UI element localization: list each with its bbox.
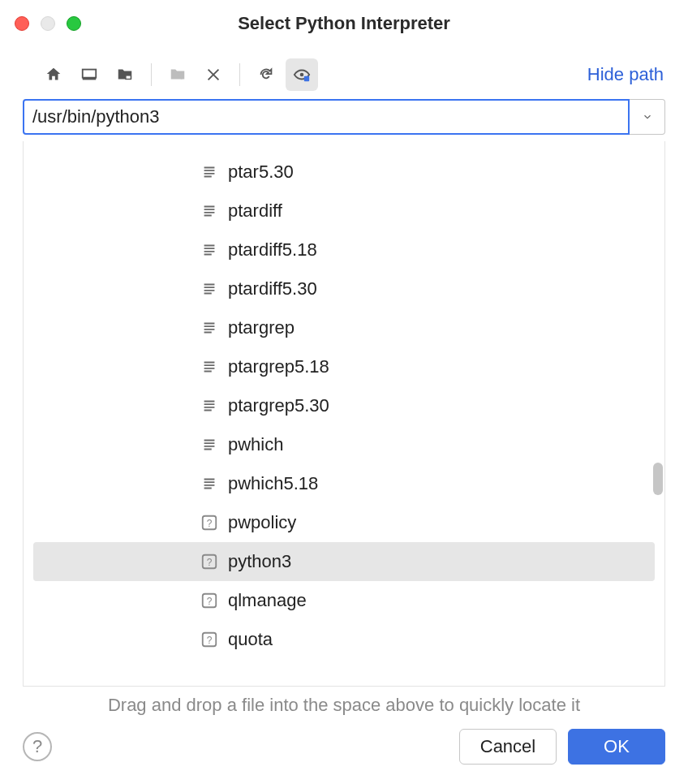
footer: ? Cancel OK [0, 721, 688, 784]
titlebar: Select Python Interpreter [0, 0, 688, 47]
unknown-file-icon: ? [200, 592, 218, 610]
list-item[interactable]: ptargrep5.30 [33, 386, 655, 425]
file-name: qlmanage [228, 590, 307, 611]
minimize-window-button[interactable] [41, 16, 55, 31]
home-icon [45, 66, 62, 84]
refresh-button[interactable] [250, 58, 282, 91]
text-file-icon [200, 475, 218, 493]
file-name: ptargrep5.30 [228, 395, 329, 416]
svg-text:?: ? [207, 596, 213, 607]
project-icon [116, 66, 134, 84]
list-item[interactable]: pwhich5.18 [33, 464, 655, 503]
svg-rect-2 [126, 75, 131, 80]
list-item[interactable]: ?pwpolicy [33, 503, 655, 542]
new-folder-icon [169, 66, 187, 84]
file-name: python3 [228, 551, 291, 572]
chevron-down-icon [642, 111, 653, 123]
show-hidden-button[interactable] [286, 58, 318, 91]
home-button[interactable] [37, 58, 70, 91]
svg-point-3 [300, 73, 304, 77]
svg-rect-0 [83, 70, 97, 78]
toolbar-separator [151, 63, 152, 86]
path-input[interactable] [23, 99, 630, 135]
file-name: pwhich [228, 434, 283, 455]
file-name: ptardiff [228, 200, 282, 222]
svg-rect-1 [83, 78, 97, 80]
toolbar: Hide path [0, 47, 688, 99]
text-file-icon [200, 319, 218, 337]
list-item[interactable]: ptargrep [33, 308, 655, 347]
refresh-icon [257, 66, 275, 84]
path-dropdown-button[interactable] [630, 99, 665, 135]
file-name: ptargrep [228, 317, 295, 338]
list-item[interactable]: ptardiff5.30 [33, 269, 655, 308]
hide-path-link[interactable]: Hide path [587, 64, 664, 85]
eye-icon [293, 66, 311, 84]
delete-button[interactable] [197, 58, 230, 91]
help-icon: ? [32, 736, 42, 757]
list-item[interactable]: ?python3 [33, 542, 655, 581]
text-file-icon [200, 241, 218, 259]
desktop-button[interactable] [73, 58, 105, 91]
svg-text:?: ? [207, 557, 213, 568]
zoom-window-button[interactable] [67, 16, 81, 31]
svg-rect-4 [304, 76, 309, 81]
text-file-icon [200, 436, 218, 454]
file-name: pwhich5.18 [228, 473, 318, 494]
path-row [0, 99, 688, 135]
list-item[interactable]: ptardiff5.18 [33, 230, 655, 269]
text-file-icon [200, 202, 218, 220]
ok-button[interactable]: OK [568, 729, 665, 765]
list-item[interactable]: ?quota [33, 620, 655, 659]
file-name: ptargrep5.18 [228, 356, 329, 377]
list-item[interactable]: ptar5.30 [33, 153, 655, 192]
svg-text:?: ? [207, 635, 213, 646]
delete-icon [204, 66, 222, 84]
scrollbar-thumb[interactable] [653, 463, 663, 495]
text-file-icon [200, 397, 218, 415]
project-button[interactable] [109, 58, 141, 91]
drag-hint: Drag and drop a file into the space abov… [0, 687, 688, 721]
list-item[interactable]: ptargrep5.18 [33, 347, 655, 386]
svg-text:?: ? [207, 518, 213, 529]
file-name: ptardiff5.18 [228, 239, 317, 261]
file-name: ptar5.30 [228, 162, 294, 183]
list-item[interactable]: ?qlmanage [33, 581, 655, 620]
toolbar-separator [239, 63, 240, 86]
file-name: ptardiff5.30 [228, 278, 317, 299]
unknown-file-icon: ? [200, 553, 218, 571]
new-folder-button[interactable] [161, 58, 194, 91]
file-name: quota [228, 629, 273, 650]
window-controls [15, 16, 81, 31]
list-item[interactable]: ptardiff [33, 192, 655, 230]
cancel-button[interactable]: Cancel [459, 729, 557, 765]
list-item[interactable]: pwhich [33, 425, 655, 464]
file-list: ptar5.30ptardiffptardiff5.18ptardiff5.30… [23, 141, 665, 687]
desktop-icon [80, 66, 98, 84]
window-title: Select Python Interpreter [0, 13, 688, 34]
text-file-icon [200, 358, 218, 376]
unknown-file-icon: ? [200, 514, 218, 532]
text-file-icon [200, 163, 218, 181]
text-file-icon [200, 280, 218, 298]
help-button[interactable]: ? [23, 732, 52, 761]
file-name: pwpolicy [228, 512, 296, 533]
unknown-file-icon: ? [200, 631, 218, 648]
close-window-button[interactable] [15, 16, 29, 31]
